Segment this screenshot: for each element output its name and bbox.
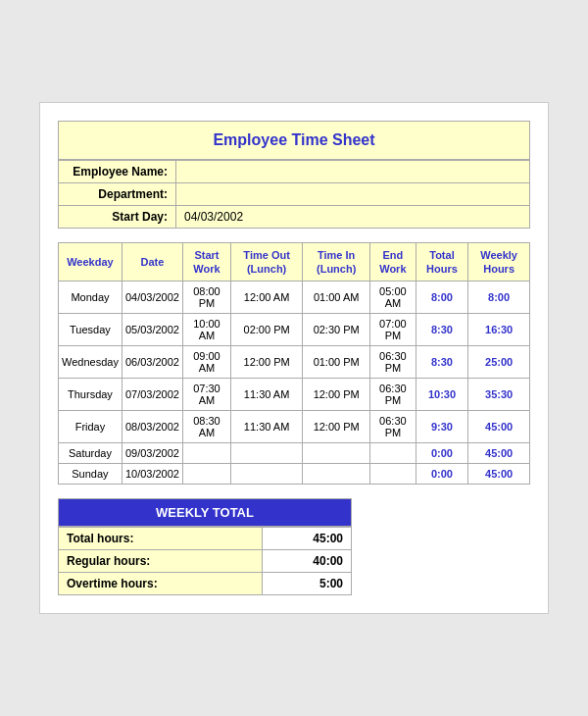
- table-cell: 06:30 PM: [370, 411, 416, 443]
- table-cell: 06/03/2002: [122, 346, 182, 379]
- column-header: Start Work: [182, 242, 230, 281]
- table-cell: 02:30 PM: [303, 314, 370, 346]
- table-cell: 12:00 PM: [303, 411, 370, 443]
- table-cell: 45:00: [468, 464, 530, 485]
- table-row: Saturday09/03/20020:0045:00: [59, 443, 530, 464]
- table-cell: Friday: [59, 411, 122, 443]
- weekly-value: 40:00: [263, 550, 352, 573]
- table-row: Sunday10/03/20020:0045:00: [59, 464, 530, 485]
- table-cell: [303, 464, 370, 485]
- weekly-label: Overtime hours:: [59, 573, 263, 595]
- table-cell: 10:30: [416, 379, 468, 411]
- weekly-total-row: Overtime hours:5:00: [59, 573, 352, 595]
- table-cell: 06:30 PM: [370, 346, 416, 379]
- table-cell: Tuesday: [59, 314, 122, 346]
- table-cell: [370, 443, 416, 464]
- weekly-label: Regular hours:: [59, 550, 263, 573]
- table-cell: 09:00 AM: [182, 346, 230, 379]
- table-body: Monday04/03/200208:00 PM12:00 AM01:00 AM…: [59, 281, 530, 485]
- table-row: Tuesday05/03/200210:00 AM02:00 PM02:30 P…: [59, 314, 530, 346]
- table-cell: [370, 464, 416, 485]
- table-cell: [230, 464, 302, 485]
- table-cell: 8:00: [468, 281, 530, 314]
- table-cell: 0:00: [416, 443, 468, 464]
- table-cell: 11:30 AM: [230, 411, 302, 443]
- table-cell: [303, 443, 370, 464]
- department-label: Department:: [59, 182, 176, 205]
- start-day-value: 04/03/2002: [176, 205, 530, 228]
- table-cell: 0:00: [416, 464, 468, 485]
- table-cell: [230, 443, 302, 464]
- table-cell: 07:00 PM: [370, 314, 416, 346]
- table-cell: Wednesday: [59, 346, 122, 379]
- table-cell: [182, 443, 230, 464]
- table-row: Monday04/03/200208:00 PM12:00 AM01:00 AM…: [59, 281, 530, 314]
- table-cell: 11:30 AM: [230, 379, 302, 411]
- table-cell: 10/03/2002: [122, 464, 182, 485]
- weekly-value: 45:00: [263, 528, 352, 550]
- table-header: WeekdayDateStart WorkTime Out (Lunch)Tim…: [59, 242, 530, 281]
- table-row: Wednesday06/03/200209:00 AM12:00 PM01:00…: [59, 346, 530, 379]
- table-cell: 05:00 AM: [370, 281, 416, 314]
- table-cell: 12:00 PM: [303, 379, 370, 411]
- column-header: Time Out (Lunch): [230, 242, 302, 281]
- table-cell: 06:30 PM: [370, 379, 416, 411]
- table-cell: Saturday: [59, 443, 122, 464]
- table-cell: 12:00 AM: [230, 281, 302, 314]
- column-header: Time In (Lunch): [303, 242, 370, 281]
- column-header: Date: [122, 242, 182, 281]
- weekly-total-table: Total hours:45:00Regular hours:40:00Over…: [58, 527, 352, 595]
- table-cell: 09/03/2002: [122, 443, 182, 464]
- table-cell: 35:30: [468, 379, 530, 411]
- table-cell: 07/03/2002: [122, 379, 182, 411]
- table-cell: 8:30: [416, 346, 468, 379]
- table-row: Thursday07/03/200207:30 AM11:30 AM12:00 …: [59, 379, 530, 411]
- table-cell: Thursday: [59, 379, 122, 411]
- column-header: End Work: [370, 242, 416, 281]
- table-cell: 07:30 AM: [182, 379, 230, 411]
- table-cell: 08:00 PM: [182, 281, 230, 314]
- info-table: Employee Name: Department: Start Day: 04…: [58, 160, 530, 229]
- table-row: Friday08/03/200208:30 AM11:30 AM12:00 PM…: [59, 411, 530, 443]
- table-cell: 16:30: [468, 314, 530, 346]
- table-cell: Monday: [59, 281, 122, 314]
- column-header: Weekly Hours: [468, 242, 530, 281]
- table-cell: 12:00 PM: [230, 346, 302, 379]
- table-cell: 25:00: [468, 346, 530, 379]
- department-value: [176, 182, 530, 205]
- table-cell: 05/03/2002: [122, 314, 182, 346]
- table-cell: 10:00 AM: [182, 314, 230, 346]
- table-cell: 01:00 AM: [303, 281, 370, 314]
- employee-name-label: Employee Name:: [59, 160, 176, 182]
- employee-name-value: [176, 160, 530, 182]
- weekly-total-section: WEEKLY TOTAL Total hours:45:00Regular ho…: [58, 498, 352, 595]
- timesheet-container: Employee Time Sheet Employee Name: Depar…: [39, 102, 549, 615]
- column-header: Total Hours: [416, 242, 468, 281]
- table-cell: 45:00: [468, 443, 530, 464]
- weekly-label: Total hours:: [59, 528, 263, 550]
- table-cell: 9:30: [416, 411, 468, 443]
- table-cell: Sunday: [59, 464, 122, 485]
- table-cell: [182, 464, 230, 485]
- weekly-total-row: Total hours:45:00: [59, 528, 352, 550]
- table-cell: 08/03/2002: [122, 411, 182, 443]
- table-cell: 08:30 AM: [182, 411, 230, 443]
- table-cell: 04/03/2002: [122, 281, 182, 314]
- weekly-value: 5:00: [263, 573, 352, 595]
- start-day-label: Start Day:: [59, 205, 176, 228]
- weekly-total-row: Regular hours:40:00: [59, 550, 352, 573]
- table-cell: 8:00: [416, 281, 468, 314]
- column-header: Weekday: [59, 242, 122, 281]
- page-title: Employee Time Sheet: [58, 121, 530, 160]
- weekly-total-title: WEEKLY TOTAL: [58, 498, 352, 527]
- timesheet-table: WeekdayDateStart WorkTime Out (Lunch)Tim…: [58, 242, 530, 486]
- table-cell: 01:00 PM: [303, 346, 370, 379]
- table-cell: 8:30: [416, 314, 468, 346]
- table-cell: 02:00 PM: [230, 314, 302, 346]
- table-cell: 45:00: [468, 411, 530, 443]
